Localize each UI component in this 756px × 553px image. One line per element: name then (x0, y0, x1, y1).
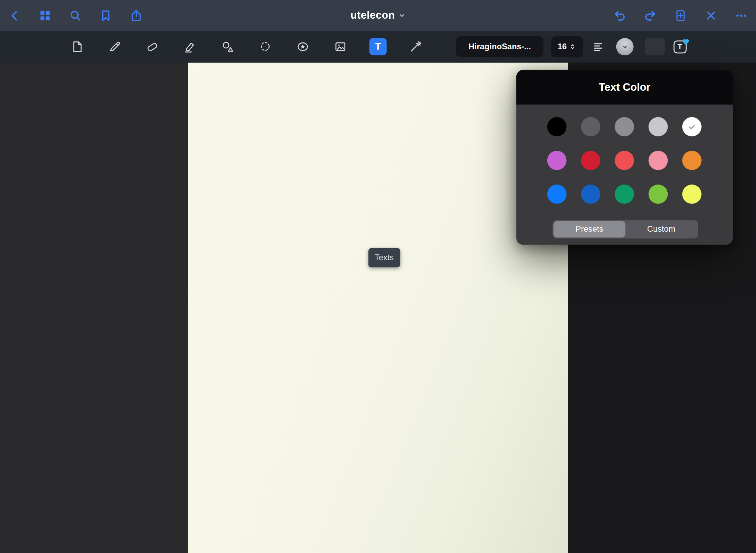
selected-text-box[interactable]: Texts (368, 248, 400, 267)
swatch-gray[interactable] (615, 117, 634, 137)
swatch-white[interactable] (682, 117, 702, 137)
eraser-icon (145, 40, 159, 54)
swatch-purple[interactable] (547, 151, 567, 170)
swatch-light-gray[interactable] (649, 117, 668, 137)
add-page-button[interactable] (674, 9, 687, 22)
page-mode-tool[interactable] (68, 38, 86, 55)
custom-label: Custom (647, 225, 675, 234)
text-style-box: T (673, 40, 686, 53)
redo-button[interactable] (644, 9, 657, 22)
swatch-coral[interactable] (615, 151, 634, 170)
pen-icon (108, 40, 122, 54)
color-mode-segmented-control: Presets Custom (552, 220, 698, 238)
presets-label: Presets (575, 225, 603, 234)
swatch-orange[interactable] (682, 151, 702, 170)
topbar-right-group (613, 9, 756, 22)
document-title-button[interactable]: utelecon (350, 0, 406, 31)
grid-icon (38, 9, 51, 22)
star-sticker-icon (296, 40, 310, 54)
app-window: utelecon (0, 0, 756, 553)
pointer-tool[interactable] (407, 38, 424, 55)
text-color-button[interactable] (616, 38, 634, 55)
topbar-left-group (0, 9, 143, 22)
presets-tab[interactable]: Presets (553, 221, 625, 237)
selected-text: Texts (375, 253, 394, 262)
heart-icon (682, 37, 690, 46)
top-navigation-bar: utelecon (0, 0, 756, 31)
redo-icon (644, 9, 657, 22)
close-icon (704, 9, 717, 22)
tools-toolbar: T HiraginoSans-... 16 (0, 31, 756, 63)
font-name-label: HiraginoSans-... (468, 42, 531, 51)
bookmark-icon (99, 9, 112, 22)
eraser-tool[interactable] (144, 38, 161, 55)
chevron-down-icon (398, 12, 406, 19)
swatch-green[interactable] (615, 184, 634, 204)
swatch-blue[interactable] (547, 184, 567, 204)
stickers-tool[interactable] (294, 38, 311, 55)
highlighter-tool[interactable] (181, 38, 199, 55)
bookmark-button[interactable] (99, 9, 112, 22)
share-button[interactable] (130, 9, 143, 22)
text-background-color-button[interactable] (645, 38, 665, 55)
back-chevron-icon (8, 9, 21, 22)
search-icon (69, 9, 82, 22)
swatch-lime[interactable] (649, 184, 668, 204)
share-icon (130, 9, 143, 22)
chevron-down-icon (621, 43, 629, 50)
custom-tab[interactable]: Custom (625, 221, 697, 237)
shapes-tool[interactable] (219, 38, 236, 55)
laser-pointer-icon (409, 40, 423, 54)
stepper-chevrons-icon (569, 42, 576, 51)
thumbnails-button[interactable] (38, 9, 51, 22)
text-tool-letter: T (375, 41, 381, 52)
check-icon (687, 121, 697, 132)
more-options-button[interactable] (735, 9, 748, 22)
page-mode-icon (70, 40, 84, 54)
popover-header: Text Color (516, 70, 733, 105)
search-button[interactable] (69, 9, 82, 22)
lasso-tool[interactable] (257, 38, 274, 55)
text-color-popover: Text Color Presets Custom (516, 70, 733, 245)
swatch-yellow[interactable] (682, 184, 702, 204)
highlighter-icon (183, 40, 197, 54)
lasso-icon (258, 40, 272, 54)
font-size-value: 16 (557, 42, 567, 51)
swatch-navy[interactable] (581, 184, 600, 204)
back-button[interactable] (8, 9, 21, 22)
image-tool[interactable] (332, 38, 349, 55)
text-tool[interactable]: T (369, 38, 386, 55)
close-button[interactable] (704, 9, 717, 22)
page-title: utelecon (350, 9, 395, 22)
swatch-dark-gray[interactable] (581, 117, 600, 137)
shapes-icon (221, 40, 235, 54)
undo-button[interactable] (613, 9, 626, 22)
add-page-icon (674, 9, 687, 22)
note-page[interactable] (188, 63, 568, 553)
color-swatch-grid (547, 117, 702, 204)
favorite-text-style-button[interactable]: T (671, 38, 688, 55)
font-size-stepper[interactable]: 16 (551, 36, 583, 57)
font-button[interactable]: HiraginoSans-... (456, 36, 544, 57)
swatch-black[interactable] (547, 117, 567, 137)
drawing-tools-group: T (68, 31, 424, 63)
swatch-red[interactable] (581, 151, 600, 170)
image-icon (334, 40, 347, 54)
canvas-margin-left (0, 63, 188, 553)
align-left-icon (592, 40, 605, 53)
swatch-pink[interactable] (649, 151, 668, 170)
undo-icon (613, 9, 626, 22)
popover-title: Text Color (599, 81, 651, 93)
ellipsis-icon (735, 9, 748, 22)
text-align-button[interactable] (590, 38, 607, 55)
pen-tool[interactable] (106, 38, 123, 55)
